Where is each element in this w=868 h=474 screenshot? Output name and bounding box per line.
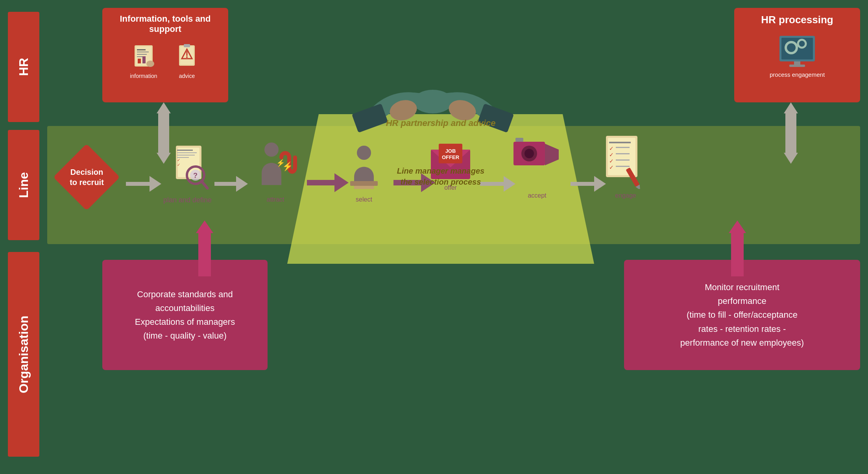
accept-label: accept <box>528 192 546 199</box>
attract-icon: ⚡ ⚡ <box>252 138 299 193</box>
svg-text:⚡: ⚡ <box>276 159 285 167</box>
svg-rect-2 <box>137 49 146 50</box>
attract-label: attract <box>267 196 284 203</box>
svg-rect-23 <box>789 65 805 67</box>
org-row-label: Organisation <box>8 252 39 457</box>
hr-processing-icon <box>774 34 821 69</box>
svg-rect-13 <box>187 51 188 56</box>
hr-processing-vertical-arrow <box>784 102 798 164</box>
plan-define-step: ✓ ✓ ? plan and define <box>163 142 212 204</box>
org-left-box: Corporate standards and accountabilities… <box>102 260 268 370</box>
arrow-head-down-right <box>784 153 798 164</box>
hr-processing-title: HR processing <box>761 14 833 26</box>
hr-partnership-label: HR partnership and advice <box>287 118 594 128</box>
svg-point-42 <box>264 143 279 157</box>
svg-rect-57 <box>515 138 523 142</box>
plan-define-label: plan and define <box>163 196 212 204</box>
svg-text:✓: ✓ <box>609 164 614 170</box>
select-label: select <box>356 196 372 203</box>
svg-text:?: ? <box>193 172 198 180</box>
svg-text:✓: ✓ <box>177 163 180 167</box>
org-right-text: Monitor recruitment performance (time to… <box>680 280 804 350</box>
line-manager-label: Line manager manages the selection proce… <box>299 165 582 187</box>
information-label: information <box>130 73 157 79</box>
engage-label: engage <box>615 192 636 199</box>
svg-line-40 <box>201 181 207 188</box>
advice-icon-item: advice <box>173 42 201 79</box>
svg-text:✓: ✓ <box>177 158 180 162</box>
svg-point-25 <box>413 90 452 113</box>
information-icon-item: information <box>130 42 157 79</box>
information-icon <box>130 42 157 70</box>
svg-rect-32 <box>177 150 193 151</box>
org-to-plan-arrow <box>196 220 213 276</box>
svg-rect-6 <box>138 59 141 63</box>
line-row-label: Line <box>8 130 39 240</box>
org-to-accept-arrow <box>729 220 746 276</box>
process-engagement-label: process engagement <box>770 71 825 78</box>
svg-rect-7 <box>142 56 146 63</box>
svg-rect-66 <box>616 159 630 161</box>
main-diagram: HR Line Organisation Information, tools … <box>0 0 868 474</box>
svg-rect-62 <box>616 147 630 148</box>
attract-step: ⚡ ⚡ attract <box>252 138 299 203</box>
decision-to-plan-arrow <box>126 176 161 192</box>
decision-text: Decision to recruit <box>54 154 119 201</box>
hr-row-label: HR <box>8 12 39 122</box>
engage-icon: ✓ ✓ ✓ ✓ <box>602 134 649 189</box>
info-tools-box: Information, tools and support i <box>102 8 228 102</box>
hr-processing-box: HR processing process engagement <box>734 8 860 102</box>
svg-marker-54 <box>545 144 559 165</box>
arrow-shaft-right <box>785 113 796 153</box>
pink-arrow-shaft-right <box>731 233 744 276</box>
svg-point-45 <box>357 146 371 160</box>
pink-arrow-head-up-right <box>729 220 746 233</box>
pink-arrow-head-up <box>196 220 213 233</box>
svg-rect-33 <box>177 152 197 153</box>
advice-icon <box>173 42 201 70</box>
svg-text:✓: ✓ <box>609 152 614 158</box>
svg-point-21 <box>800 42 803 45</box>
pink-arrow-shaft <box>198 233 211 276</box>
svg-text:JOB: JOB <box>445 148 456 154</box>
svg-rect-68 <box>616 166 630 167</box>
svg-rect-22 <box>794 61 800 65</box>
svg-rect-64 <box>616 153 630 154</box>
svg-rect-3 <box>137 52 149 52</box>
svg-rect-60 <box>609 142 631 143</box>
svg-rect-34 <box>177 155 195 156</box>
org-left-text: Corporate standards and accountabilities… <box>135 287 235 343</box>
info-tools-icons: information advice <box>130 42 201 79</box>
advice-label: advice <box>179 73 195 79</box>
svg-text:✓: ✓ <box>609 158 614 164</box>
svg-rect-9 <box>148 62 150 66</box>
svg-point-56 <box>524 149 534 158</box>
org-right-box: Monitor recruitment performance (time to… <box>624 260 860 370</box>
plan-to-attract-arrow <box>214 176 248 192</box>
svg-rect-4 <box>137 54 147 55</box>
svg-point-19 <box>789 45 794 50</box>
svg-text:OFFER: OFFER <box>442 154 460 160</box>
arrow-head-up <box>157 102 171 113</box>
info-tools-title: Information, tools and support <box>120 14 211 34</box>
svg-text:✓: ✓ <box>609 145 614 152</box>
svg-point-14 <box>186 56 188 58</box>
svg-rect-15 <box>184 44 190 47</box>
plan-define-icon: ✓ ✓ ? <box>166 142 209 193</box>
engage-step: ✓ ✓ ✓ ✓ engage <box>602 134 649 199</box>
arrow-head-up-right <box>784 102 798 113</box>
